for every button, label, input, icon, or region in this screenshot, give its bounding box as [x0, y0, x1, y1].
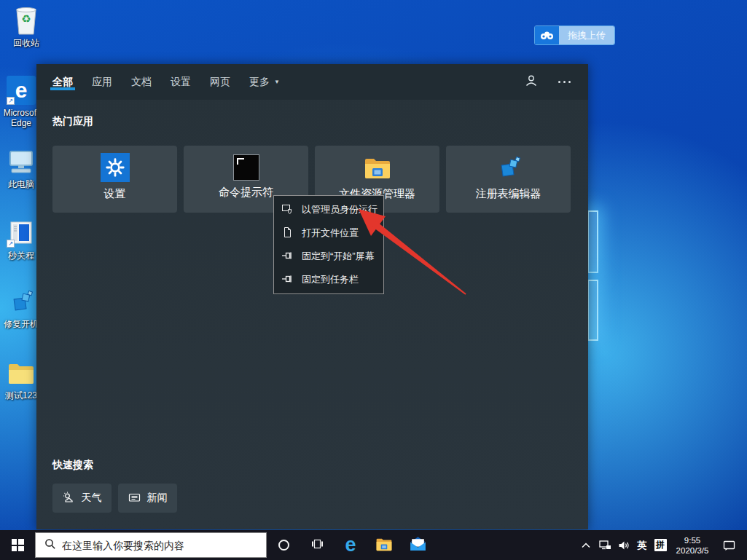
- ime-pinyin-badge: 拼: [654, 539, 667, 551]
- file-explorer-icon: [363, 153, 392, 182]
- user-icon[interactable]: [525, 74, 538, 90]
- menu-item-open-file-location[interactable]: 打开文件位置: [274, 221, 383, 245]
- ime-language-indicator[interactable]: 英: [633, 530, 651, 560]
- network-icon[interactable]: [595, 530, 614, 560]
- folder-icon: [7, 358, 36, 387]
- tile-label: 注册表编辑器: [476, 187, 541, 201]
- open-file-location-icon: [281, 226, 293, 240]
- news-icon: [128, 492, 141, 505]
- ime-mode-indicator[interactable]: 拼: [651, 530, 670, 560]
- this-pc-icon: [7, 147, 36, 176]
- windows-desktop: ♻ 回收站 e ↗ Microsoft Edge 此电脑 ↗ 秒关程 修复开机: [0, 0, 747, 560]
- repair-tool-icon: [7, 287, 36, 316]
- shortcut-arrow-icon: ↗: [7, 240, 15, 248]
- menu-item-label: 固定到“开始”屏幕: [302, 250, 375, 263]
- action-center-button[interactable]: [715, 530, 743, 560]
- more-options-icon[interactable]: [558, 81, 571, 83]
- tile-label: 命令提示符: [219, 186, 273, 200]
- taskbar: e 英 拼 9:55: [0, 530, 747, 560]
- mail-icon: [409, 536, 427, 554]
- task-view-button[interactable]: [300, 530, 334, 560]
- desktop-icon-recycle-bin[interactable]: ♻ 回收站: [3, 6, 50, 48]
- task-view-icon: [311, 538, 324, 553]
- pin-icon: [281, 273, 293, 287]
- menu-item-pin-to-start[interactable]: 固定到“开始”屏幕: [274, 245, 383, 268]
- recycle-bin-icon: ♻: [12, 6, 41, 35]
- tile-registry-editor[interactable]: 注册表编辑器: [446, 146, 571, 213]
- settings-gear-icon: [101, 153, 130, 182]
- search-input[interactable]: [62, 540, 260, 551]
- menu-item-label: 打开文件位置: [302, 226, 359, 240]
- menu-item-run-as-admin[interactable]: 以管理员身份运行: [274, 198, 383, 221]
- wallpaper-window-glow: [587, 210, 598, 273]
- file-explorer-taskbar-button[interactable]: [367, 530, 401, 560]
- hot-apps-title: 热门应用: [52, 115, 93, 128]
- pin-icon: [281, 250, 293, 264]
- tile-settings[interactable]: 设置: [52, 146, 177, 213]
- quick-button-label: 天气: [82, 492, 102, 505]
- desktop-icon-label: 回收站: [3, 38, 50, 48]
- start-button[interactable]: [0, 530, 35, 560]
- search-panel: 全部 应用 文档 设置 网页 更多▼ 热门应用 设置: [36, 64, 588, 529]
- cortana-button[interactable]: [267, 530, 300, 560]
- volume-icon[interactable]: [614, 530, 633, 560]
- quick-search-buttons: 天气 新闻: [52, 484, 177, 513]
- taskbar-clock[interactable]: 9:55 2020/3/5: [670, 535, 715, 556]
- system-tray: 英 拼 9:55 2020/3/5: [576, 530, 747, 560]
- chevron-down-icon: ▼: [274, 79, 280, 85]
- command-prompt-icon: [233, 154, 259, 181]
- drag-upload-label: 拖拽上传: [559, 26, 614, 44]
- tab-more[interactable]: 更多▼: [249, 64, 280, 100]
- taskbar-search-box[interactable]: [35, 532, 267, 558]
- clock-time: 9:55: [670, 535, 715, 545]
- edge-icon: e: [345, 535, 356, 555]
- windows-logo-icon: [12, 539, 24, 551]
- registry-editor-icon: [494, 153, 523, 182]
- mail-taskbar-button[interactable]: [401, 530, 434, 560]
- wallpaper-window-glow: [587, 280, 598, 341]
- run-as-admin-icon: [281, 203, 293, 217]
- tab-web[interactable]: 网页: [210, 64, 230, 100]
- quick-news-button[interactable]: 新闻: [118, 484, 177, 513]
- quick-search-title: 快速搜索: [52, 459, 93, 472]
- app-shortcut-icon: ↗: [7, 218, 36, 248]
- tab-all[interactable]: 全部: [52, 64, 73, 100]
- tile-label: 设置: [104, 187, 126, 201]
- tray-chevron-up-icon[interactable]: [576, 530, 595, 560]
- netdisk-cloud-icon: [535, 26, 559, 44]
- file-explorer-icon: [375, 536, 394, 555]
- drag-upload-widget[interactable]: 拖拽上传: [534, 25, 615, 45]
- edge-taskbar-button[interactable]: e: [334, 530, 367, 560]
- menu-item-label: 以管理员身份运行: [302, 203, 378, 216]
- shortcut-arrow-icon: ↗: [7, 97, 15, 105]
- menu-item-label: 固定到任务栏: [302, 273, 359, 286]
- search-icon: [44, 538, 56, 553]
- tab-apps[interactable]: 应用: [92, 64, 112, 100]
- tab-documents[interactable]: 文档: [131, 64, 152, 100]
- quick-weather-button[interactable]: 天气: [52, 484, 112, 513]
- edge-icon: e ↗: [7, 76, 36, 105]
- cortana-icon: [278, 540, 289, 551]
- clock-date: 2020/3/5: [670, 545, 715, 556]
- quick-button-label: 新闻: [147, 492, 168, 505]
- menu-item-pin-to-taskbar[interactable]: 固定到任务栏: [274, 268, 383, 291]
- context-menu: 以管理员身份运行 打开文件位置 固定到“开始”屏幕 固定到任务栏: [273, 195, 384, 294]
- tab-settings[interactable]: 设置: [171, 64, 191, 100]
- weather-icon: [63, 492, 76, 505]
- search-panel-tabs: 全部 应用 文档 设置 网页 更多▼: [36, 64, 588, 100]
